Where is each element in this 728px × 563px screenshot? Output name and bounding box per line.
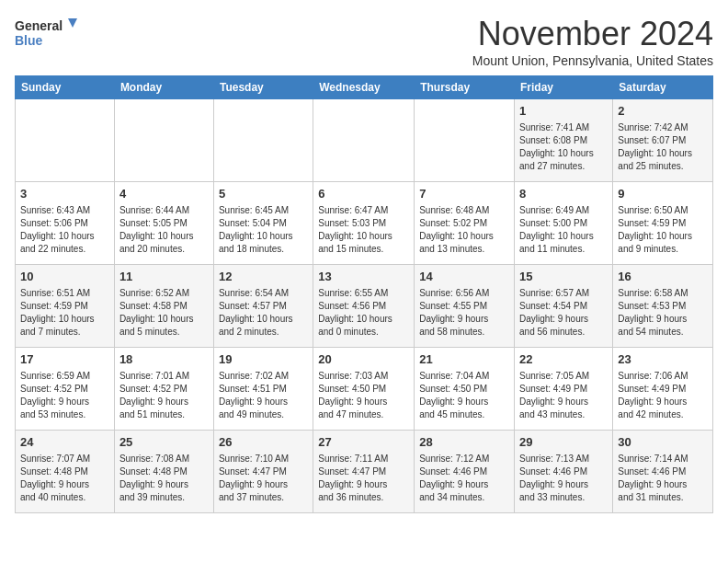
day-info: Sunrise: 6:45 AM Sunset: 5:04 PM Dayligh… xyxy=(219,204,308,256)
day-info: Sunrise: 6:54 AM Sunset: 4:57 PM Dayligh… xyxy=(219,287,308,339)
calendar-cell: 6Sunrise: 6:47 AM Sunset: 5:03 PM Daylig… xyxy=(313,182,415,265)
calendar-cell xyxy=(213,99,313,182)
day-number: 19 xyxy=(219,351,308,368)
day-info: Sunrise: 6:55 AM Sunset: 4:56 PM Dayligh… xyxy=(318,287,409,339)
day-number: 15 xyxy=(519,269,608,285)
calendar-cell: 22Sunrise: 7:05 AM Sunset: 4:49 PM Dayli… xyxy=(515,348,613,431)
day-info: Sunrise: 7:01 AM Sunset: 4:52 PM Dayligh… xyxy=(119,370,209,421)
day-number: 20 xyxy=(318,351,409,368)
weekday-header: Wednesday xyxy=(313,76,415,99)
day-number: 30 xyxy=(618,434,708,451)
weekday-header: Friday xyxy=(515,76,613,99)
day-number: 5 xyxy=(219,186,308,202)
day-info: Sunrise: 7:41 AM Sunset: 6:08 PM Dayligh… xyxy=(519,121,608,173)
weekday-header: Saturday xyxy=(613,76,713,99)
day-info: Sunrise: 6:50 AM Sunset: 4:59 PM Dayligh… xyxy=(618,204,708,256)
day-info: Sunrise: 6:48 AM Sunset: 5:02 PM Dayligh… xyxy=(419,204,509,256)
calendar-cell: 8Sunrise: 6:49 AM Sunset: 5:00 PM Daylig… xyxy=(515,182,613,265)
weekday-header: Tuesday xyxy=(213,76,313,99)
calendar-cell: 3Sunrise: 6:43 AM Sunset: 5:06 PM Daylig… xyxy=(16,182,115,265)
calendar-cell: 12Sunrise: 6:54 AM Sunset: 4:57 PM Dayli… xyxy=(213,265,313,348)
day-number: 26 xyxy=(219,434,308,451)
day-number: 21 xyxy=(419,351,509,368)
day-info: Sunrise: 7:02 AM Sunset: 4:51 PM Dayligh… xyxy=(219,370,308,421)
day-info: Sunrise: 6:58 AM Sunset: 4:53 PM Dayligh… xyxy=(618,287,708,339)
calendar-cell xyxy=(415,99,515,182)
calendar-cell: 2Sunrise: 7:42 AM Sunset: 6:07 PM Daylig… xyxy=(613,99,713,182)
day-number: 16 xyxy=(618,269,708,285)
day-info: Sunrise: 6:59 AM Sunset: 4:52 PM Dayligh… xyxy=(20,370,109,421)
day-info: Sunrise: 6:49 AM Sunset: 5:00 PM Dayligh… xyxy=(519,204,608,256)
calendar-cell: 16Sunrise: 6:58 AM Sunset: 4:53 PM Dayli… xyxy=(613,265,713,348)
calendar-cell: 29Sunrise: 7:13 AM Sunset: 4:46 PM Dayli… xyxy=(515,431,613,513)
calendar-cell: 28Sunrise: 7:12 AM Sunset: 4:46 PM Dayli… xyxy=(415,431,515,513)
day-number: 9 xyxy=(618,186,708,202)
calendar-cell: 14Sunrise: 6:56 AM Sunset: 4:55 PM Dayli… xyxy=(415,265,515,348)
calendar-cell xyxy=(114,99,213,182)
calendar-cell xyxy=(16,99,115,182)
day-info: Sunrise: 6:56 AM Sunset: 4:55 PM Dayligh… xyxy=(419,287,509,339)
day-number: 7 xyxy=(419,186,509,202)
day-info: Sunrise: 6:51 AM Sunset: 4:59 PM Dayligh… xyxy=(20,287,109,339)
day-info: Sunrise: 6:47 AM Sunset: 5:03 PM Dayligh… xyxy=(318,204,409,256)
calendar-cell: 11Sunrise: 6:52 AM Sunset: 4:58 PM Dayli… xyxy=(114,265,213,348)
calendar-table: SundayMondayTuesdayWednesdayThursdayFrid… xyxy=(15,75,713,513)
day-info: Sunrise: 7:08 AM Sunset: 4:48 PM Dayligh… xyxy=(119,453,209,504)
weekday-header: Sunday xyxy=(16,76,115,99)
month-title: November 2024 xyxy=(472,15,713,53)
day-number: 29 xyxy=(519,434,608,451)
day-info: Sunrise: 6:43 AM Sunset: 5:06 PM Dayligh… xyxy=(20,204,109,256)
day-info: Sunrise: 7:12 AM Sunset: 4:46 PM Dayligh… xyxy=(419,453,509,504)
day-number: 17 xyxy=(20,351,109,368)
calendar-cell: 13Sunrise: 6:55 AM Sunset: 4:56 PM Dayli… xyxy=(313,265,415,348)
svg-text:General: General xyxy=(15,18,63,33)
location-title: Mount Union, Pennsylvania, United States xyxy=(472,53,713,68)
day-info: Sunrise: 7:10 AM Sunset: 4:47 PM Dayligh… xyxy=(219,453,308,504)
logo: General Blue xyxy=(15,15,79,52)
day-number: 10 xyxy=(20,269,109,285)
calendar-cell: 21Sunrise: 7:04 AM Sunset: 4:50 PM Dayli… xyxy=(415,348,515,431)
day-number: 13 xyxy=(318,269,409,285)
day-number: 3 xyxy=(20,186,109,202)
day-info: Sunrise: 6:52 AM Sunset: 4:58 PM Dayligh… xyxy=(119,287,209,339)
svg-marker-2 xyxy=(68,18,77,28)
day-number: 23 xyxy=(618,351,708,368)
title-block: November 2024 Mount Union, Pennsylvania,… xyxy=(472,15,713,68)
calendar-cell: 15Sunrise: 6:57 AM Sunset: 4:54 PM Dayli… xyxy=(515,265,613,348)
day-info: Sunrise: 7:07 AM Sunset: 4:48 PM Dayligh… xyxy=(20,453,109,504)
calendar-cell: 18Sunrise: 7:01 AM Sunset: 4:52 PM Dayli… xyxy=(114,348,213,431)
calendar-cell: 10Sunrise: 6:51 AM Sunset: 4:59 PM Dayli… xyxy=(16,265,115,348)
weekday-header: Thursday xyxy=(415,76,515,99)
calendar-cell: 5Sunrise: 6:45 AM Sunset: 5:04 PM Daylig… xyxy=(213,182,313,265)
day-number: 27 xyxy=(318,434,409,451)
calendar-cell: 19Sunrise: 7:02 AM Sunset: 4:51 PM Dayli… xyxy=(213,348,313,431)
calendar-cell: 17Sunrise: 6:59 AM Sunset: 4:52 PM Dayli… xyxy=(16,348,115,431)
calendar-cell: 1Sunrise: 7:41 AM Sunset: 6:08 PM Daylig… xyxy=(515,99,613,182)
day-info: Sunrise: 7:05 AM Sunset: 4:49 PM Dayligh… xyxy=(519,370,608,421)
day-number: 14 xyxy=(419,269,509,285)
day-info: Sunrise: 7:06 AM Sunset: 4:49 PM Dayligh… xyxy=(618,370,708,421)
day-number: 11 xyxy=(119,269,209,285)
day-info: Sunrise: 7:04 AM Sunset: 4:50 PM Dayligh… xyxy=(419,370,509,421)
calendar-cell: 25Sunrise: 7:08 AM Sunset: 4:48 PM Dayli… xyxy=(114,431,213,513)
day-number: 18 xyxy=(119,351,209,368)
calendar-cell: 24Sunrise: 7:07 AM Sunset: 4:48 PM Dayli… xyxy=(16,431,115,513)
day-number: 25 xyxy=(119,434,209,451)
day-number: 22 xyxy=(519,351,608,368)
day-number: 28 xyxy=(419,434,509,451)
header: General Blue November 2024 Mount Union, … xyxy=(15,15,713,68)
calendar-cell: 30Sunrise: 7:14 AM Sunset: 4:46 PM Dayli… xyxy=(613,431,713,513)
calendar-cell: 23Sunrise: 7:06 AM Sunset: 4:49 PM Dayli… xyxy=(613,348,713,431)
calendar-cell: 26Sunrise: 7:10 AM Sunset: 4:47 PM Dayli… xyxy=(213,431,313,513)
calendar-cell: 9Sunrise: 6:50 AM Sunset: 4:59 PM Daylig… xyxy=(613,182,713,265)
day-number: 24 xyxy=(20,434,109,451)
day-info: Sunrise: 7:11 AM Sunset: 4:47 PM Dayligh… xyxy=(318,453,409,504)
day-info: Sunrise: 7:13 AM Sunset: 4:46 PM Dayligh… xyxy=(519,453,608,504)
day-number: 12 xyxy=(219,269,308,285)
day-info: Sunrise: 6:57 AM Sunset: 4:54 PM Dayligh… xyxy=(519,287,608,339)
day-info: Sunrise: 7:42 AM Sunset: 6:07 PM Dayligh… xyxy=(618,121,708,173)
calendar-cell: 4Sunrise: 6:44 AM Sunset: 5:05 PM Daylig… xyxy=(114,182,213,265)
day-number: 6 xyxy=(318,186,409,202)
day-info: Sunrise: 7:14 AM Sunset: 4:46 PM Dayligh… xyxy=(618,453,708,504)
day-number: 8 xyxy=(519,186,608,202)
